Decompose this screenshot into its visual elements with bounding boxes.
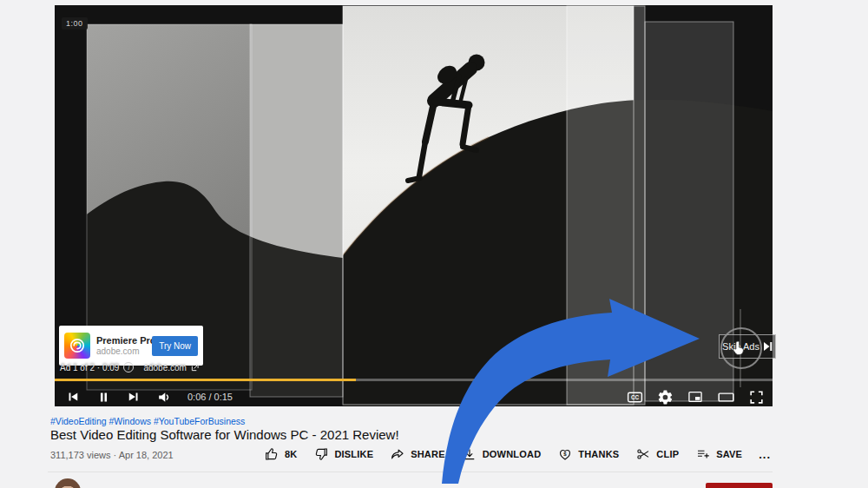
ad-brand-name: Premiere Pro bbox=[96, 335, 146, 346]
time-display: 0:06 / 0:15 bbox=[187, 392, 233, 402]
thanks-label: THANKS bbox=[578, 449, 619, 459]
settings-gear-icon[interactable] bbox=[655, 387, 674, 406]
thanks-button[interactable]: $ THANKS bbox=[557, 446, 619, 462]
more-actions-button[interactable]: ... bbox=[759, 448, 771, 461]
info-icon[interactable]: i bbox=[123, 362, 134, 373]
thumb-down-icon bbox=[317, 449, 327, 459]
like-count: 8K bbox=[285, 449, 297, 459]
download-label: DOWNLOAD bbox=[483, 449, 542, 459]
external-link-icon bbox=[191, 364, 199, 372]
volume-icon[interactable] bbox=[155, 387, 174, 406]
subscribe-button[interactable] bbox=[706, 483, 773, 488]
player-controls-right: CC bbox=[625, 385, 766, 409]
next-button[interactable] bbox=[124, 387, 143, 406]
share-label: SHARE bbox=[411, 449, 445, 459]
video-duration-badge: 1:00 bbox=[62, 17, 88, 30]
ad-domain: adobe.com bbox=[96, 346, 146, 357]
save-label: SAVE bbox=[716, 449, 742, 459]
download-button[interactable]: DOWNLOAD bbox=[462, 446, 542, 462]
miniplayer-button[interactable] bbox=[686, 387, 705, 406]
save-button[interactable]: SAVE bbox=[695, 446, 742, 462]
skip-ads-label: Skip Ads bbox=[722, 341, 760, 352]
clip-button[interactable]: CLIP bbox=[635, 446, 679, 462]
pause-button[interactable] bbox=[94, 387, 113, 406]
video-title: Best Video Editing Software for Windows … bbox=[50, 427, 399, 442]
youtube-page: 1:00 Premiere Pro adobe.com Try Now Ad 1… bbox=[0, 0, 868, 488]
adobe-creative-cloud-icon bbox=[64, 333, 90, 359]
closed-captions-button[interactable]: CC bbox=[625, 387, 644, 406]
hashtag-links[interactable]: #VideoEditing #Windows #YouTubeForBusine… bbox=[50, 416, 245, 426]
download-icon bbox=[464, 449, 474, 458]
try-now-button[interactable]: Try Now bbox=[152, 336, 198, 356]
channel-avatar[interactable] bbox=[55, 478, 81, 488]
theater-mode-button[interactable] bbox=[716, 387, 735, 406]
share-arrow-icon bbox=[392, 450, 403, 458]
fullscreen-button[interactable] bbox=[746, 387, 766, 406]
video-player[interactable]: 1:00 Premiere Pro adobe.com Try Now Ad 1… bbox=[55, 5, 773, 406]
ad-status-line: Ad 1 of 2 · 0:09 i adobe.com bbox=[60, 362, 199, 373]
section-divider bbox=[48, 472, 773, 472]
scissors-icon bbox=[641, 452, 648, 458]
svg-text:$: $ bbox=[564, 452, 568, 457]
like-button[interactable]: 8K bbox=[264, 446, 297, 462]
ad-progress-bar[interactable] bbox=[55, 379, 773, 381]
ad-progress-played bbox=[55, 379, 356, 381]
dislike-label: DISLIKE bbox=[334, 449, 373, 459]
action-bar: 8K DISLIKE SHARE DOWNLOAD $ THANKS bbox=[264, 446, 771, 462]
thumb-up-icon bbox=[266, 449, 277, 459]
share-button[interactable]: SHARE bbox=[390, 446, 445, 462]
ad-card[interactable]: Premiere Pro adobe.com Try Now bbox=[59, 326, 203, 366]
player-controls-left: 0:06 / 0:15 bbox=[63, 385, 233, 409]
more-dots: ... bbox=[759, 448, 771, 461]
skip-next-icon bbox=[764, 342, 773, 351]
previous-button[interactable] bbox=[63, 387, 82, 406]
ad-counter: Ad 1 of 2 · 0:09 bbox=[60, 363, 119, 373]
skip-ads-button[interactable]: Skip Ads bbox=[719, 334, 776, 359]
playlist-add-icon bbox=[698, 451, 709, 458]
svg-text:CC: CC bbox=[630, 394, 639, 400]
clip-label: CLIP bbox=[656, 449, 679, 459]
ad-advertiser-link[interactable]: adobe.com bbox=[143, 363, 186, 373]
video-meta: 311,173 views · Apr 18, 2021 bbox=[50, 450, 174, 460]
dislike-button[interactable]: DISLIKE bbox=[313, 446, 373, 462]
